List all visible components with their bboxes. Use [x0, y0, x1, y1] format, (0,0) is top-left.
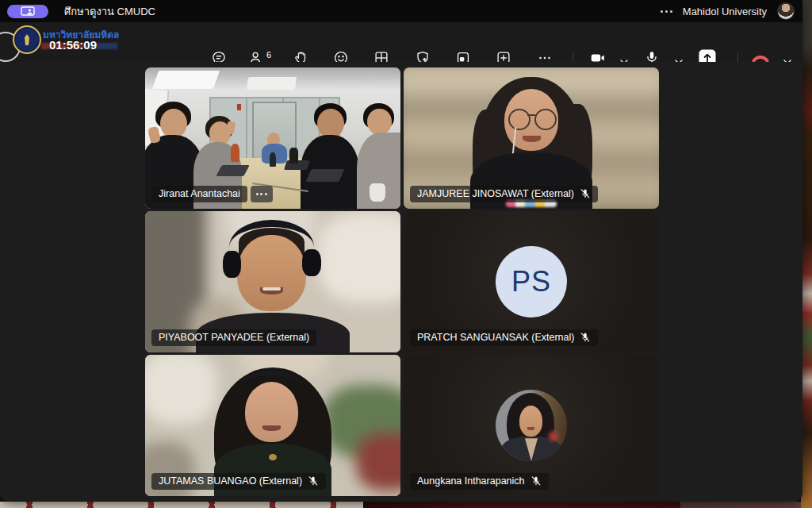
muted-mic-icon	[308, 475, 319, 487]
participant-name: Aungkana Intharapanich	[417, 475, 525, 487]
photo-avatar	[496, 390, 567, 461]
tumbler	[289, 148, 298, 164]
laptop	[306, 169, 345, 182]
participant-name: JAMJUREE JINOSAWAT (External)	[417, 188, 574, 199]
smile	[262, 425, 281, 431]
participant-name: Jiranat Anantachai	[159, 188, 240, 199]
participant-name-chip: PIYABOOT PANYADEE (External)	[151, 329, 316, 346]
titlebar-more-icon[interactable]	[661, 10, 672, 13]
participant-name-chip: JAMJUREE JINOSAWAT (External)	[410, 186, 598, 202]
tile-jamjuree[interactable]: JAMJUREE JINOSAWAT (External)	[404, 67, 659, 209]
headphone-earcup	[223, 251, 241, 278]
muted-mic-icon	[580, 332, 591, 343]
participant-name-chip: PRATCH SANGUANSAK (External)	[410, 329, 598, 346]
water-bottle	[231, 144, 239, 162]
muted-mic-icon	[530, 475, 542, 487]
participant-name: JUTAMAS BUANGAO (External)	[159, 475, 302, 487]
person-face	[317, 109, 344, 138]
meeting-title: ศึกษาดูงาน CMUDC	[64, 3, 155, 20]
flowers	[549, 431, 559, 441]
titlebar-right-group: Mahidol University	[661, 2, 802, 20]
account-name: Mahidol University	[683, 6, 767, 17]
account-avatar[interactable]	[777, 2, 795, 20]
person-face	[160, 109, 187, 138]
tile-aungkana[interactable]: Aungkana Intharapanich	[404, 355, 659, 496]
people-count-badge: 6	[266, 50, 271, 60]
tile-pratch[interactable]: PS PRATCH SANGUANSAK (External)	[404, 211, 659, 352]
participant-name-chip: JUTAMAS BUANGAO (External)	[151, 473, 326, 490]
paper-cup	[370, 183, 385, 202]
teams-meeting-window: ศึกษาดูงาน CMUDC Mahidol University มหาว…	[0, 0, 802, 502]
headphones-band	[229, 220, 313, 275]
ceiling-light	[152, 71, 220, 89]
teeth	[262, 287, 281, 291]
wallpaper-pattern	[680, 502, 812, 508]
desktop-wallpaper-right	[801, 0, 812, 508]
participant-name: PRATCH SANGUANSAK (External)	[417, 332, 574, 343]
mic-tripod	[270, 152, 276, 167]
ceiling-light	[247, 77, 297, 90]
muted-mic-icon	[580, 188, 591, 199]
meeting-timer: 01:56:09	[49, 38, 97, 52]
wallpaper-pattern	[0, 502, 363, 508]
wallpaper-pattern	[363, 502, 680, 508]
tile-piyaboot[interactable]: PIYABOOT PANYADEE (External)	[145, 211, 400, 352]
screen-share-icon	[21, 6, 35, 16]
glasses	[534, 109, 557, 130]
video-grid-stage: Jiranat Anantachai	[0, 62, 802, 502]
participant-more-menu-button[interactable]	[251, 186, 273, 202]
tile-jutamas[interactable]: JUTAMAS BUANGAO (External)	[145, 355, 400, 496]
meeting-toolbar: มหาวิทยาลัยมหิดล 01:56:09 Chat 6	[0, 22, 802, 63]
glasses	[508, 109, 530, 130]
screen-share-indicator-button[interactable]	[7, 5, 48, 18]
necklace	[269, 454, 277, 461]
person-face	[367, 109, 392, 136]
glasses-bridge	[527, 114, 535, 116]
headphone-earcup	[302, 249, 321, 276]
mahidol-university-seal-icon	[13, 25, 41, 54]
fire-alarm	[237, 104, 241, 110]
initials-avatar: PS	[496, 246, 567, 318]
headphones-band	[239, 371, 305, 410]
participant-name-chip: Jiranat Anantachai	[151, 186, 247, 202]
participant-name-chip: Aungkana Intharapanich	[410, 473, 549, 490]
title-bar: ศึกษาดูงาน CMUDC Mahidol University	[0, 0, 802, 22]
initials-text: PS	[511, 265, 551, 298]
participant-name: PIYABOOT PANYADEE (External)	[159, 332, 309, 343]
person-face	[519, 406, 543, 437]
tile-jiranat[interactable]: Jiranat Anantachai	[145, 67, 400, 209]
